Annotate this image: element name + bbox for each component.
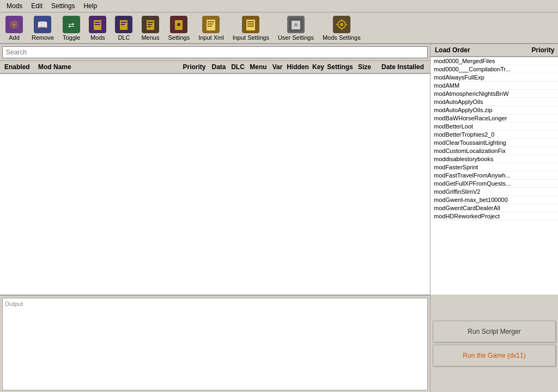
remove-icon: 📖 [34,16,51,33]
load-order-item[interactable]: modAutoApplyOils [430,98,558,106]
col-header-hidden: Hidden [286,63,310,71]
run-script-merger-button[interactable]: Run Script Merger [433,321,556,342]
svg-rect-26 [208,23,213,24]
load-order-item[interactable]: modGriffinSlimV2 [430,188,558,196]
load-order-item[interactable]: mod0000___CompilationTr... [430,65,558,74]
usersettings-button[interactable]: User Settings [275,15,317,43]
col-header-enabled: Enabled [0,63,38,71]
col-header-dateinstalled: Date Installed [375,63,430,71]
menubar: Mods Edit Settings Help [0,0,558,13]
load-order-header: Load Order Priority [430,44,558,57]
load-order-item[interactable]: modAtmosphericNightsBnW [430,90,558,98]
col-header-priority: Priority [179,63,209,71]
load-order-item[interactable]: modBetterLoot [430,122,558,131]
col-header-data: Data [209,63,228,71]
modssettings-button[interactable]: Mods Settings [319,15,364,43]
menu-edit[interactable]: Edit [27,1,47,11]
remove-button[interactable]: 📖 Remove [28,15,57,43]
left-panel: Enabled Mod Name Priority Data DLC Menu … [0,44,430,392]
load-order-item[interactable]: modGetFullXPFromQuests... [430,180,558,188]
svg-text:📖: 📖 [37,20,48,30]
svg-rect-27 [208,26,212,27]
settings-button[interactable]: Settings [165,15,193,43]
load-order-item[interactable]: modGwentCardDealerAll [430,204,558,212]
col-header-size: Size [354,63,375,71]
dlc-label: DLC [118,34,130,41]
usersettings-label: User Settings [278,34,314,41]
svg-rect-18 [148,24,152,25]
svg-rect-30 [247,21,254,22]
load-order-item[interactable]: modBaWHorseRaceLonger [430,114,558,122]
mods-icon [89,16,106,33]
search-input[interactable] [2,46,428,58]
col-header-modname: Mod Name [38,63,179,71]
modssettings-icon [333,16,350,33]
content-area: Enabled Mod Name Priority Data DLC Menu … [0,44,558,392]
toggle-icon: ⇄ [63,16,80,33]
load-order-item[interactable]: moddisablestorybooks [430,155,558,163]
lo-header-priority: Priority [528,46,558,54]
table-body[interactable] [0,74,430,295]
load-order-item[interactable]: modAutoApplyOils.zip [430,106,558,114]
load-order-item[interactable]: modGwent-max_bet100000 [430,196,558,204]
right-panel: Load Order Priority mod0000_MergedFilesm… [430,44,558,392]
svg-text:⇄: ⇄ [68,21,75,29]
add-icon: + [5,16,23,33]
col-header-var: Var [269,63,286,71]
svg-rect-17 [148,22,153,23]
load-order-item[interactable]: modClearToussaintLighting [430,139,558,147]
right-buttons: Run Script Merger Run the Game (dx11) [430,295,558,392]
output-label: Output [5,301,23,307]
svg-rect-19 [148,26,151,27]
inputxml-label: Input Xml [198,34,223,41]
col-header-menu: Menu [247,63,269,71]
panels-area: Enabled Mod Name Priority Data DLC Menu … [0,44,558,392]
inputxml-button[interactable]: Input Xml [195,15,227,43]
menus-icon [142,16,159,33]
load-order-list[interactable]: mod0000_MergedFilesmod0000___Compilation… [430,57,558,295]
load-order-item[interactable]: modFastTravelFromAnywh... [430,171,558,180]
col-header-dlc: DLC [228,63,247,71]
inputsettings-label: Input Settings [233,34,269,41]
inputsettings-button[interactable]: Input Settings [229,15,272,43]
mods-label: Mods [90,34,105,41]
load-order-item[interactable]: modBetterTrophies2_0 [430,131,558,139]
mods-button[interactable]: Mods [86,15,110,43]
menu-mods[interactable]: Mods [2,1,27,11]
svg-rect-31 [247,23,254,24]
svg-text:+: + [12,20,16,29]
usersettings-icon [287,16,305,33]
menus-button[interactable]: Menus [138,15,162,43]
inputsettings-icon [242,16,259,33]
bottom-area: Output [0,295,430,392]
add-button[interactable]: + Add [2,15,26,43]
load-order-item[interactable]: modAlwaysFullExp [430,74,558,82]
settings-icon [170,16,187,33]
toggle-button[interactable]: ⇄ Toggle [59,15,83,43]
menu-settings[interactable]: Settings [47,1,79,11]
load-order-item[interactable]: modCustomLocalizationFix [430,147,558,155]
add-label: Add [9,34,20,41]
dlc-icon [115,16,132,33]
remove-label: Remove [32,34,54,41]
load-order-item[interactable]: modHDReworkedProject [430,212,558,220]
load-order-item[interactable]: modAMM [430,82,558,90]
col-header-settings: Settings [326,63,354,71]
toolbar: + Add 📖 Remove ⇄ Toggle [0,13,558,44]
dlc-button[interactable]: DLC [112,15,136,43]
svg-point-37 [340,23,343,26]
menu-help[interactable]: Help [79,1,101,11]
load-order-item[interactable]: modFasterSprint [430,163,558,171]
svg-rect-14 [121,24,125,25]
settings-label: Settings [168,34,190,41]
svg-rect-25 [208,21,214,22]
svg-point-22 [177,23,180,26]
svg-rect-32 [247,26,254,27]
svg-rect-10 [95,24,100,25]
table-header: Enabled Mod Name Priority Data DLC Menu … [0,61,430,74]
toggle-label: Toggle [63,34,80,41]
run-game-button[interactable]: Run the Game (dx11) [433,345,556,366]
load-order-item[interactable]: mod0000_MergedFiles [430,57,558,65]
lo-header-name: Load Order [430,46,528,54]
col-header-key: Key [310,63,326,71]
